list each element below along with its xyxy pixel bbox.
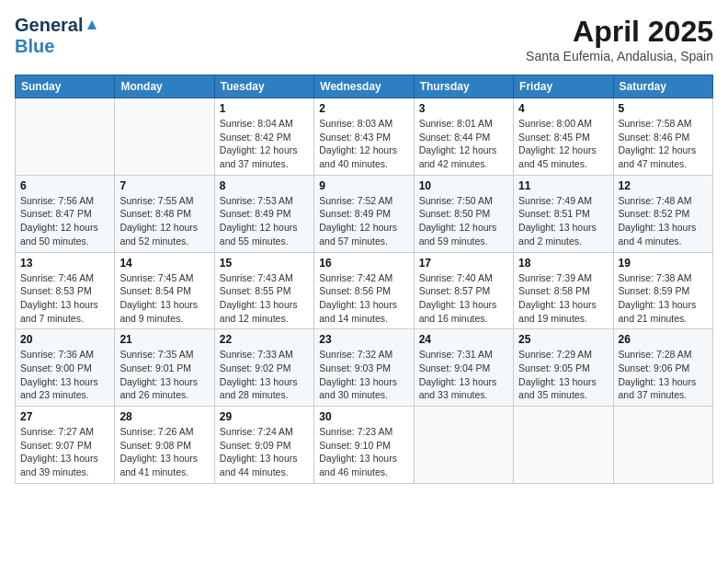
calendar-cell: 24Sunrise: 7:31 AMSunset: 9:04 PMDayligh… (414, 329, 513, 407)
calendar-header-row: SundayMondayTuesdayWednesdayThursdayFrid… (16, 75, 713, 98)
day-number: 25 (518, 333, 608, 346)
calendar-cell: 14Sunrise: 7:45 AMSunset: 8:54 PMDayligh… (115, 252, 214, 329)
day-number: 12 (619, 179, 708, 192)
day-number: 14 (119, 257, 209, 270)
weekday-header-thursday: Thursday (414, 75, 513, 98)
weekday-header-sunday: Sunday (16, 75, 115, 98)
day-number: 27 (20, 410, 109, 423)
logo-general: General (15, 15, 83, 36)
weekday-header-monday: Monday (115, 75, 214, 98)
day-number: 16 (319, 257, 408, 270)
day-info: Sunrise: 7:42 AMSunset: 8:56 PMDaylight:… (319, 271, 408, 326)
calendar-cell: 10Sunrise: 7:50 AMSunset: 8:50 PMDayligh… (414, 175, 513, 252)
calendar-cell: 12Sunrise: 7:48 AMSunset: 8:52 PMDayligh… (613, 175, 712, 252)
page-header: General Blue April 2025 Santa Eufemia, A… (15, 15, 713, 63)
day-info: Sunrise: 7:53 AMSunset: 8:49 PMDaylight:… (220, 194, 309, 248)
day-info: Sunrise: 7:31 AMSunset: 9:04 PMDaylight:… (419, 348, 508, 402)
day-number: 5 (619, 102, 708, 115)
calendar-cell: 28Sunrise: 7:26 AMSunset: 9:08 PMDayligh… (115, 407, 214, 484)
calendar-cell: 5Sunrise: 7:58 AMSunset: 8:46 PMDaylight… (613, 98, 712, 176)
calendar-cell: 6Sunrise: 7:56 AMSunset: 8:47 PMDaylight… (16, 175, 115, 252)
calendar-cell: 25Sunrise: 7:29 AMSunset: 9:05 PMDayligh… (514, 329, 613, 407)
day-number: 15 (220, 257, 309, 270)
day-info: Sunrise: 7:49 AMSunset: 8:51 PMDaylight:… (518, 194, 608, 248)
day-number: 29 (220, 410, 309, 423)
title-area: April 2025 Santa Eufemia, Andalusia, Spa… (526, 15, 713, 63)
day-number: 21 (119, 333, 209, 346)
day-number: 13 (20, 257, 109, 270)
day-info: Sunrise: 7:29 AMSunset: 9:05 PMDaylight:… (518, 348, 608, 402)
day-info: Sunrise: 7:26 AMSunset: 9:08 PMDaylight:… (119, 425, 209, 479)
day-info: Sunrise: 7:58 AMSunset: 8:46 PMDaylight:… (619, 117, 708, 171)
day-number: 19 (619, 257, 708, 270)
day-number: 28 (119, 410, 209, 423)
calendar-cell: 30Sunrise: 7:23 AMSunset: 9:10 PMDayligh… (314, 407, 414, 484)
day-info: Sunrise: 7:32 AMSunset: 9:03 PMDaylight:… (319, 348, 408, 402)
weekday-header-tuesday: Tuesday (214, 75, 313, 98)
calendar-cell: 2Sunrise: 8:03 AMSunset: 8:43 PMDaylight… (314, 98, 414, 176)
day-number: 20 (20, 333, 109, 346)
day-info: Sunrise: 7:45 AMSunset: 8:54 PMDaylight:… (119, 271, 209, 326)
day-info: Sunrise: 8:01 AMSunset: 8:44 PMDaylight:… (419, 117, 508, 171)
calendar-cell: 9Sunrise: 7:52 AMSunset: 8:49 PMDaylight… (314, 175, 414, 252)
calendar-week-row: 13Sunrise: 7:46 AMSunset: 8:53 PMDayligh… (16, 252, 713, 329)
calendar-cell: 11Sunrise: 7:49 AMSunset: 8:51 PMDayligh… (514, 175, 613, 252)
weekday-header-friday: Friday (514, 75, 613, 98)
calendar-cell: 15Sunrise: 7:43 AMSunset: 8:55 PMDayligh… (214, 252, 313, 329)
page-subtitle: Santa Eufemia, Andalusia, Spain (526, 49, 713, 63)
day-number: 9 (319, 179, 408, 192)
day-number: 11 (518, 179, 608, 192)
calendar-cell: 23Sunrise: 7:32 AMSunset: 9:03 PMDayligh… (314, 329, 414, 407)
calendar-cell (514, 407, 613, 484)
day-number: 10 (419, 179, 508, 192)
calendar-cell (115, 98, 214, 176)
calendar-cell: 7Sunrise: 7:55 AMSunset: 8:48 PMDaylight… (115, 175, 214, 252)
calendar-week-row: 1Sunrise: 8:04 AMSunset: 8:42 PMDaylight… (16, 98, 713, 176)
day-number: 26 (619, 333, 708, 346)
calendar-cell: 29Sunrise: 7:24 AMSunset: 9:09 PMDayligh… (214, 407, 313, 484)
day-info: Sunrise: 8:04 AMSunset: 8:42 PMDaylight:… (220, 117, 309, 171)
day-info: Sunrise: 8:00 AMSunset: 8:45 PMDaylight:… (518, 117, 608, 171)
svg-marker-0 (87, 20, 97, 29)
calendar-cell: 13Sunrise: 7:46 AMSunset: 8:53 PMDayligh… (16, 252, 115, 329)
day-number: 6 (20, 179, 109, 192)
day-info: Sunrise: 7:50 AMSunset: 8:50 PMDaylight:… (419, 194, 508, 248)
day-info: Sunrise: 7:24 AMSunset: 9:09 PMDaylight:… (220, 425, 309, 479)
day-number: 4 (518, 102, 608, 115)
day-number: 1 (220, 102, 309, 115)
day-number: 2 (319, 102, 408, 115)
day-info: Sunrise: 7:46 AMSunset: 8:53 PMDaylight:… (20, 271, 109, 326)
weekday-header-saturday: Saturday (613, 75, 712, 98)
calendar-cell: 22Sunrise: 7:33 AMSunset: 9:02 PMDayligh… (214, 329, 313, 407)
calendar-cell: 3Sunrise: 8:01 AMSunset: 8:44 PMDaylight… (414, 98, 513, 176)
day-info: Sunrise: 7:48 AMSunset: 8:52 PMDaylight:… (619, 194, 708, 248)
day-info: Sunrise: 7:23 AMSunset: 9:10 PMDaylight:… (319, 425, 408, 479)
day-number: 24 (419, 333, 508, 346)
calendar-cell: 1Sunrise: 8:04 AMSunset: 8:42 PMDaylight… (214, 98, 313, 176)
calendar-table: SundayMondayTuesdayWednesdayThursdayFrid… (15, 75, 713, 484)
logo: General Blue (15, 15, 100, 57)
day-number: 30 (319, 410, 408, 423)
calendar-cell (613, 407, 712, 484)
weekday-header-wednesday: Wednesday (314, 75, 414, 98)
day-info: Sunrise: 7:56 AMSunset: 8:47 PMDaylight:… (20, 194, 109, 248)
day-number: 3 (419, 102, 508, 115)
calendar-cell: 21Sunrise: 7:35 AMSunset: 9:01 PMDayligh… (115, 329, 214, 407)
calendar-cell (16, 98, 115, 176)
day-info: Sunrise: 7:40 AMSunset: 8:57 PMDaylight:… (419, 271, 508, 326)
day-info: Sunrise: 7:52 AMSunset: 8:49 PMDaylight:… (319, 194, 408, 248)
day-info: Sunrise: 7:28 AMSunset: 9:06 PMDaylight:… (619, 348, 708, 402)
day-info: Sunrise: 7:36 AMSunset: 9:00 PMDaylight:… (20, 348, 109, 402)
calendar-cell: 4Sunrise: 8:00 AMSunset: 8:45 PMDaylight… (514, 98, 613, 176)
calendar-cell: 19Sunrise: 7:38 AMSunset: 8:59 PMDayligh… (613, 252, 712, 329)
calendar-week-row: 6Sunrise: 7:56 AMSunset: 8:47 PMDaylight… (16, 175, 713, 252)
day-number: 18 (518, 257, 608, 270)
day-number: 7 (119, 179, 209, 192)
calendar-cell: 27Sunrise: 7:27 AMSunset: 9:07 PMDayligh… (16, 407, 115, 484)
day-number: 23 (319, 333, 408, 346)
day-info: Sunrise: 7:35 AMSunset: 9:01 PMDaylight:… (119, 348, 209, 402)
logo-triangle-icon (84, 17, 100, 33)
day-number: 8 (220, 179, 309, 192)
day-number: 17 (419, 257, 508, 270)
calendar-cell: 26Sunrise: 7:28 AMSunset: 9:06 PMDayligh… (613, 329, 712, 407)
